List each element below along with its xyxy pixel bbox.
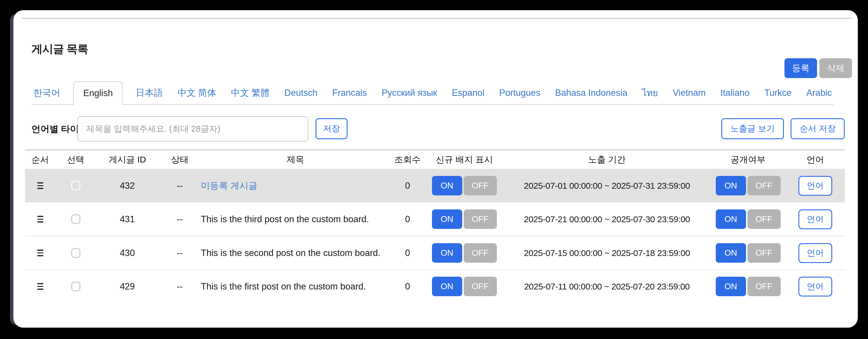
visibility-on-button[interactable]: ON [716, 176, 746, 195]
post-title[interactable]: This is the second post on the custom bo… [201, 248, 380, 258]
view-exposed-button[interactable]: 노출글 보기 [721, 118, 784, 139]
language-button[interactable]: 언어 [799, 209, 832, 229]
badge-on-button[interactable]: ON [432, 176, 462, 195]
drag-handle-icon[interactable] [37, 216, 43, 222]
table-row: 431 -- This is the third post on the cus… [25, 203, 845, 236]
tab-label: Turkce [764, 88, 792, 98]
tab-label: Vietnam [673, 88, 706, 98]
drag-handle-icon[interactable] [37, 250, 43, 256]
tab-turkce[interactable]: Turkce [763, 81, 794, 104]
tab-中文-繁體[interactable]: 中文 繁體 [229, 81, 271, 104]
tab-label: Espanol [452, 88, 484, 98]
column-header: 게시글 ID [96, 150, 159, 169]
tab-francais[interactable]: Francais [330, 81, 369, 104]
column-header: 노출 기간 [503, 150, 710, 169]
tab-espanol[interactable]: Espanol [450, 81, 486, 104]
save-button[interactable]: 저장 [315, 118, 347, 139]
badge-off-button[interactable]: OFF [464, 209, 497, 229]
badge-off-button[interactable]: OFF [464, 243, 497, 263]
title-form: 언어별 타이틀: 저장 노출글 보기 순서 저장 [31, 116, 845, 142]
drag-handle-icon[interactable] [37, 182, 43, 189]
tab-vietnam[interactable]: Vietnam [671, 81, 707, 104]
badge-on-button[interactable]: ON [432, 209, 462, 229]
table-row: 432 -- 미등록 게시글 0 ON OFF 2025-07-01 00:00… [25, 169, 845, 203]
table-body: 432 -- 미등록 게시글 0 ON OFF 2025-07-01 00:00… [25, 169, 845, 303]
drag-handle-icon[interactable] [37, 283, 43, 290]
list-actions: 노출글 보기 순서 저장 [721, 118, 845, 139]
post-title[interactable]: 미등록 게시글 [201, 180, 258, 192]
post-status: -- [159, 237, 201, 269]
post-id: 429 [96, 270, 159, 303]
tab-english[interactable]: English [73, 81, 123, 105]
language-button[interactable]: 언어 [799, 176, 832, 196]
exposure-period: 2025-07-01 00:00:00 ~ 2025-07-31 23:59:0… [503, 169, 710, 203]
table-header-row: 순서선택게시글 ID상태제목조회수신규 배지 표시노출 기간공개여부언어 [25, 149, 845, 169]
tab-italiano[interactable]: Italiano [719, 81, 751, 104]
post-table: 순서선택게시글 ID상태제목조회수신규 배지 표시노출 기간공개여부언어 432… [25, 149, 845, 303]
tab-arabic[interactable]: Arabic [805, 81, 834, 104]
post-title[interactable]: This is the first post on the custom boa… [201, 281, 366, 292]
column-header: 순서 [25, 150, 55, 169]
post-status: -- [159, 270, 201, 303]
page-background: 게시글 목록 등록 삭제 한국어English日本語中文 简体中文 繁體Deut… [0, 0, 868, 339]
register-button[interactable]: 등록 [784, 58, 817, 78]
tab-label: Deutsch [284, 88, 317, 98]
column-header: 신규 배지 표시 [425, 150, 503, 169]
visibility-off-button[interactable]: OFF [747, 277, 781, 296]
column-header: 상태 [159, 150, 201, 169]
visibility-on-button[interactable]: ON [716, 277, 746, 296]
tab-label: Русский язык [382, 88, 437, 98]
tab-label: Arabic [806, 88, 832, 98]
row-checkbox[interactable] [71, 248, 80, 258]
tab-portugues[interactable]: Portugues [497, 81, 542, 104]
post-views: 0 [390, 270, 425, 303]
tab-ไทย[interactable]: ไทย [640, 81, 659, 104]
row-checkbox[interactable] [71, 181, 80, 190]
column-header: 선택 [55, 150, 96, 169]
badge-off-button[interactable]: OFF [464, 176, 497, 195]
tab-中文-简体[interactable]: 中文 简体 [176, 81, 218, 104]
tab-日本語[interactable]: 日本語 [134, 81, 164, 104]
tab-label: Francais [332, 88, 367, 98]
exposure-period: 2025-07-15 00:00:00 ~ 2025-07-18 23:59:0… [503, 237, 710, 269]
visibility-on-button[interactable]: ON [716, 209, 746, 229]
tab-label: 日本語 [136, 87, 163, 99]
save-order-button[interactable]: 순서 저장 [790, 118, 845, 139]
column-header: 공개여부 [710, 150, 786, 169]
badge-on-button[interactable]: ON [432, 243, 462, 263]
row-checkbox[interactable] [71, 282, 80, 291]
visibility-on-button[interactable]: ON [716, 243, 746, 263]
badge-off-button[interactable]: OFF [464, 277, 497, 296]
visibility-off-button[interactable]: OFF [747, 209, 781, 229]
post-title[interactable]: This is the third post on the custom boa… [201, 214, 369, 224]
delete-button[interactable]: 삭제 [819, 58, 852, 78]
tab-한국어[interactable]: 한국어 [31, 81, 62, 104]
visibility-off-button[interactable]: OFF [747, 176, 781, 195]
post-views: 0 [390, 169, 425, 203]
post-views: 0 [390, 237, 425, 269]
visibility-off-button[interactable]: OFF [747, 243, 781, 263]
language-button[interactable]: 언어 [799, 243, 832, 263]
column-header: 조회수 [390, 150, 425, 169]
tab-label: Italiano [720, 88, 749, 98]
post-id: 430 [96, 237, 159, 269]
post-views: 0 [390, 203, 425, 236]
tab-label: 中文 繁體 [231, 87, 270, 99]
tab-label: Portugues [499, 88, 540, 98]
exposure-period: 2025-07-11 00:00:00 ~ 2025-07-20 23:59:0… [503, 270, 710, 303]
top-divider [22, 18, 852, 19]
tab-deutsch[interactable]: Deutsch [283, 81, 319, 104]
title-input[interactable] [78, 116, 308, 142]
language-tabs: 한국어English日本語中文 简体中文 繁體DeutschFrancaisРу… [31, 81, 834, 105]
post-id: 431 [96, 203, 159, 236]
column-header: 언어 [786, 150, 845, 169]
tab-label: English [83, 88, 113, 98]
badge-on-button[interactable]: ON [432, 277, 462, 296]
post-id: 432 [96, 169, 159, 203]
language-button[interactable]: 언어 [799, 277, 832, 297]
row-checkbox[interactable] [71, 214, 80, 224]
tab-label: ไทย [642, 86, 658, 100]
tab-label: 한국어 [33, 87, 60, 99]
tab-русский-язык[interactable]: Русский язык [380, 81, 439, 104]
tab-bahasa-indonesia[interactable]: Bahasa Indonesia [553, 81, 629, 104]
